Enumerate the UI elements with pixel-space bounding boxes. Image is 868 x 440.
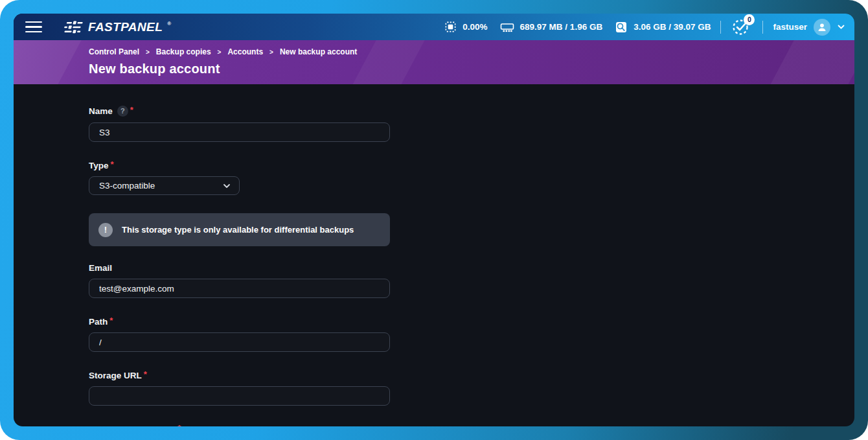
form-content: Name ? * Type * S3-compatible [14,84,854,426]
breadcrumb: Control Panel > Backup copies > Accounts… [89,47,854,56]
name-field: Name ? * [89,106,854,142]
name-input[interactable] [89,122,390,142]
disk-stat: 3.06 GB / 39.07 GB [615,21,711,34]
topbar: FASTPANEL ® 0.00% [14,14,854,40]
breadcrumb-control-panel[interactable]: Control Panel [89,47,139,56]
breadcrumb-separator: > [146,49,150,56]
required-asterisk: * [109,317,113,324]
topbar-divider [720,21,721,34]
app-frame: FASTPANEL ® 0.00% [0,0,868,440]
memory-stat: 689.97 MB / 1.96 GB [500,21,603,33]
info-alert: ! This storage type is only available fo… [89,213,390,246]
disk-icon [615,21,628,34]
type-field: Type * S3-compatible [89,161,854,195]
email-label: Email [89,263,112,273]
logo-text: FASTPANEL [88,20,163,34]
type-select-value: S3-compatible [99,181,155,191]
help-icon[interactable]: ? [117,106,128,117]
avatar [814,19,830,36]
disk-usage-value: 3.06 GB / 39.07 GB [634,22,711,32]
path-field: Path * [89,317,854,352]
topbar-right: 0.00% 689.97 MB / 1.96 GB [432,16,845,38]
breadcrumb-separator: > [218,49,222,56]
username: fastuser [773,22,807,32]
chevron-down-icon [222,181,231,191]
type-select[interactable]: S3-compatible [89,176,240,195]
memory-usage-value: 689.97 MB / 1.96 GB [520,22,603,32]
page-title: New backup account [89,62,854,76]
tasks-count-badge: 0 [744,14,755,25]
type-label: Type [89,161,109,170]
cpu-usage-value: 0.00% [463,22,487,32]
chevron-down-icon [837,23,845,31]
required-asterisk: * [177,424,181,426]
storage-url-field: Storage URL * [89,371,854,406]
required-asterisk: * [111,161,114,168]
exclamation-icon: ! [98,223,113,237]
breadcrumb-current: New backup account [280,47,357,56]
path-label: Path [89,317,108,327]
access-key-field: Access key identifier * [89,424,854,426]
equalizer-icon [63,20,84,34]
required-asterisk: * [130,106,133,113]
storage-url-label: Storage URL [89,371,142,380]
ram-icon [500,21,514,33]
fastpanel-logo[interactable]: FASTPANEL ® [63,20,171,34]
breadcrumb-separator: > [269,49,273,56]
email-field: Email [89,263,854,298]
registered-mark: ® [167,21,171,27]
app-window: FASTPANEL ® 0.00% [14,14,854,426]
person-icon [817,22,827,32]
path-input[interactable] [89,332,390,352]
required-asterisk: * [144,371,147,378]
cpu-icon [444,21,457,33]
menu-button[interactable] [20,16,46,38]
cpu-stat: 0.00% [444,21,487,33]
breadcrumb-accounts[interactable]: Accounts [227,47,263,56]
user-menu[interactable]: fastuser [773,19,845,36]
topbar-divider [762,21,763,34]
email-input[interactable] [89,279,390,298]
name-label: Name [89,106,113,116]
storage-url-input[interactable] [89,386,390,406]
info-alert-text: This storage type is only available for … [122,225,354,235]
tasks-button[interactable]: 0 [731,16,753,38]
access-key-label: Access key identifier [89,424,176,426]
breadcrumb-backup-copies[interactable]: Backup copies [156,47,211,56]
page-header: Control Panel > Backup copies > Accounts… [14,40,854,84]
